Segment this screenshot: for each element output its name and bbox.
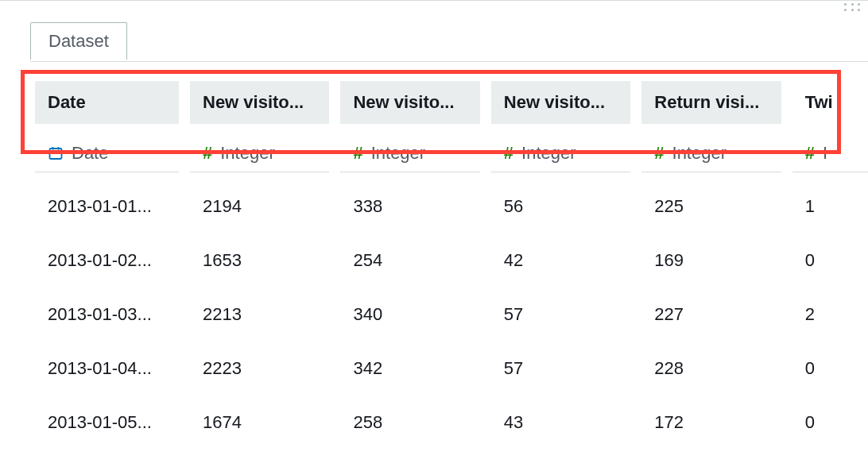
table-cell: 2013-01-06...	[35, 457, 179, 467]
table-cell: 2223	[190, 349, 329, 388]
table-header-row: Date New visito... New visito... New vis…	[30, 81, 868, 124]
table-cell: 2013-01-01...	[35, 187, 179, 226]
hash-icon: #	[203, 145, 212, 162]
table-row[interactable]: 2013-01-02...1653254421690	[30, 241, 868, 280]
table-cell: 0	[792, 403, 868, 442]
column-type-label: Integer	[371, 143, 426, 164]
column-header-label: New visito...	[504, 92, 605, 112]
table-row[interactable]: 2013-01-03...2213340572272	[30, 295, 868, 334]
column-type-integer[interactable]: # Integer	[491, 138, 630, 172]
table-cell: 0	[792, 241, 868, 280]
table-cell: 2213	[190, 295, 329, 334]
table-cell: 259	[340, 457, 479, 467]
data-table: Date New visito... New visito... New vis…	[30, 81, 868, 467]
table-type-row: Date # Integer # Integer # Integer # Int…	[30, 138, 868, 172]
column-header-new-visitor-1[interactable]: New visito...	[190, 81, 329, 124]
table-cell: 338	[340, 187, 479, 226]
column-header-return-visitor[interactable]: Return visi...	[641, 81, 781, 124]
tab-dataset[interactable]: Dataset	[30, 22, 127, 60]
column-header-label: Twi	[805, 92, 833, 112]
table-cell: 0	[792, 349, 868, 388]
hash-icon: #	[504, 145, 513, 162]
table-row[interactable]: 2013-01-04...2223342572280	[30, 349, 868, 388]
column-type-date[interactable]: Date	[35, 138, 179, 172]
table-cell: 57	[491, 295, 630, 334]
table-cell: 1653	[190, 241, 329, 280]
table-cell: 172	[641, 457, 781, 467]
table-cell: 1	[792, 187, 868, 226]
table-cell: 0	[792, 457, 868, 467]
column-type-integer[interactable]: # I	[792, 138, 868, 172]
column-header-date[interactable]: Date	[35, 81, 179, 124]
table-cell: 172	[641, 403, 781, 442]
table-cell: 254	[340, 241, 479, 280]
column-header-label: Return visi...	[654, 92, 759, 112]
hash-icon: #	[805, 145, 815, 162]
table-row[interactable]: 2013-01-01...2194338562251	[30, 187, 868, 226]
column-type-label: I	[823, 143, 827, 164]
table-cell: 2013-01-03...	[35, 295, 179, 334]
hash-icon: #	[654, 145, 664, 162]
column-type-label: Date	[72, 143, 108, 164]
table-cell: 42	[491, 241, 630, 280]
panel-divider	[30, 61, 868, 62]
table-row[interactable]: 2013-01-06...1681259431720	[30, 457, 868, 467]
tab-label: Dataset	[48, 31, 109, 51]
table-cell: 225	[641, 187, 781, 226]
table-cell: 1674	[190, 403, 329, 442]
column-header-twi[interactable]: Twi	[792, 81, 868, 124]
column-header-label: Date	[48, 92, 86, 112]
table-row[interactable]: 2013-01-05...1674258431720	[30, 403, 868, 442]
table-cell: 228	[641, 349, 781, 388]
table-cell: 1681	[190, 457, 329, 467]
table-cell: 227	[641, 295, 781, 334]
column-header-new-visitor-2[interactable]: New visito...	[340, 81, 479, 124]
drag-handle-icon[interactable]	[844, 3, 860, 11]
panel-top-border	[0, 0, 868, 2]
table-cell: 43	[491, 457, 630, 467]
table-cell: 2013-01-05...	[35, 403, 179, 442]
svg-rect-0	[50, 149, 62, 159]
table-cell: 2194	[190, 187, 329, 226]
table-cell: 2	[792, 295, 868, 334]
column-header-label: New visito...	[203, 92, 304, 112]
column-type-integer[interactable]: # Integer	[641, 138, 781, 172]
table-cell: 43	[491, 403, 630, 442]
table-cell: 342	[340, 349, 479, 388]
column-type-integer[interactable]: # Integer	[340, 138, 479, 172]
column-header-label: New visito...	[353, 92, 454, 112]
column-header-new-visitor-3[interactable]: New visito...	[491, 81, 630, 124]
table-cell: 169	[641, 241, 781, 280]
table-cell: 340	[340, 295, 479, 334]
column-type-label: Integer	[220, 143, 275, 164]
table-cell: 56	[491, 187, 630, 226]
table-cell: 57	[491, 349, 630, 388]
table-cell: 2013-01-02...	[35, 241, 179, 280]
column-type-label: Integer	[672, 143, 727, 164]
table-cell: 2013-01-04...	[35, 349, 179, 388]
tab-bar: Dataset	[30, 22, 127, 60]
column-type-integer[interactable]: # Integer	[190, 138, 329, 172]
calendar-icon	[48, 145, 64, 161]
hash-icon: #	[353, 145, 362, 162]
table-cell: 258	[340, 403, 479, 442]
column-type-label: Integer	[521, 143, 576, 164]
